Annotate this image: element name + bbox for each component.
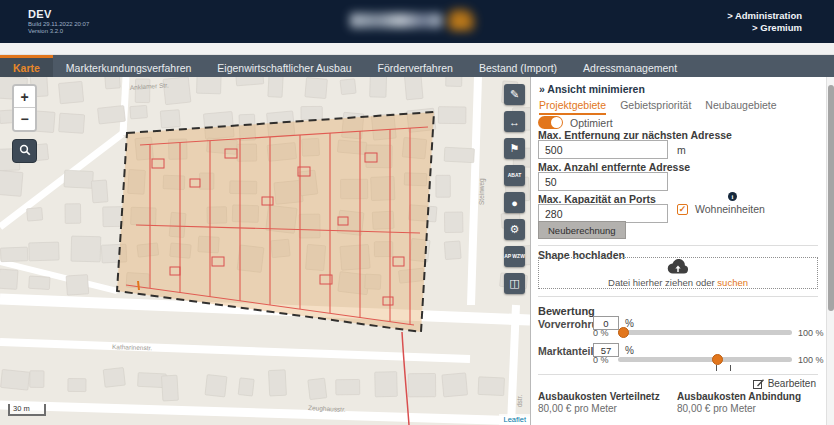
building-footprint: [98, 106, 126, 124]
info-icon[interactable]: i: [728, 192, 737, 201]
building-footprint: [436, 175, 450, 197]
abat-tool-button[interactable]: ABAT: [504, 165, 525, 186]
gear-icon: ⚙: [510, 223, 520, 236]
marktanteil-slider[interactable]: [618, 357, 792, 362]
wzw-tool-button[interactable]: AP WZW: [504, 246, 525, 267]
measure-tool-button[interactable]: ↔: [504, 111, 525, 132]
building-footprint: [446, 77, 462, 87]
network-feed-line: [402, 332, 409, 425]
build-info: Build 29.11.2022 20:07: [28, 21, 89, 27]
zoom-out-button[interactable]: −: [14, 108, 35, 130]
measure-icon: ↔: [509, 116, 520, 128]
zoom-control: + −: [12, 84, 37, 132]
tab-bestand-import[interactable]: Bestand (Import): [466, 55, 570, 77]
wohneinheiten-checkbox[interactable]: ✓: [677, 204, 688, 215]
edit-pencil-icon: [753, 378, 764, 389]
vorverrohrung-slider[interactable]: [618, 330, 792, 335]
tab-neubaugebiete[interactable]: Neubaugebiete: [705, 99, 776, 115]
shape-dropzone[interactable]: Datei hierher ziehen oder suchen: [538, 257, 818, 289]
slider-max-label: 100 %: [798, 355, 824, 365]
main-tabbar: Karte Markterkundungsverfahren Eigenwirt…: [0, 55, 834, 77]
building-footprint: [29, 242, 59, 261]
building-footprint: [301, 106, 322, 119]
tab-foerderverfahren[interactable]: Förderverfahren: [365, 55, 466, 77]
bearbeiten-link[interactable]: Bearbeiten: [753, 378, 816, 389]
slider-min-label: 0 %: [593, 328, 609, 338]
max-anzahl-input[interactable]: [538, 172, 668, 191]
map-canvas[interactable]: Anklamer Str. Steinweg Katharinenstr. Ze…: [0, 77, 530, 425]
building-footprint: [370, 77, 387, 97]
map-scale: 30 m: [8, 404, 46, 416]
layers-tool-button[interactable]: ⚑: [504, 138, 525, 159]
building-footprint: [305, 78, 327, 99]
tab-eigenwirtschaftlicher-ausbau[interactable]: Eigenwirtschaftlicher Ausbau: [204, 55, 364, 77]
anbindung-cost-value: 80,00 € pro Meter: [677, 403, 756, 414]
building-footprint: [161, 375, 178, 401]
building-footprint: [130, 105, 148, 119]
settings-tool-button[interactable]: ⚙: [504, 219, 525, 240]
building-footprint: [478, 377, 505, 396]
flag-icon: ⚑: [510, 142, 520, 155]
administration-link[interactable]: > Administration: [727, 10, 802, 22]
building-footprint: [29, 276, 50, 290]
building-footprint: [438, 107, 466, 124]
building-footprint: [68, 379, 86, 392]
building-footprint: [105, 77, 121, 89]
building-footprint: [1, 369, 30, 390]
optimiert-toggle[interactable]: [538, 116, 563, 129]
bewertung-title: Bewertung: [538, 305, 595, 317]
wohneinheiten-checkbox-row[interactable]: ✓ Wohneinheiten: [677, 203, 765, 215]
point-tool-button[interactable]: ●: [504, 192, 525, 213]
header-spacer: [0, 43, 834, 55]
building-footprint: [71, 236, 101, 262]
tab-projektgebiete[interactable]: Projektgebiete: [539, 99, 606, 115]
building-footprint: [336, 379, 360, 394]
optimiert-label: Optimiert: [570, 117, 613, 129]
environment-name: DEV: [28, 8, 89, 20]
building-footprint: [308, 378, 327, 399]
street-label-top: Anklamer Str.: [130, 81, 170, 91]
building-footprint: [103, 368, 125, 388]
project-area-polygon[interactable]: [117, 112, 434, 332]
map-tiles: Anklamer Str. Steinweg Katharinenstr. Ze…: [0, 77, 530, 425]
upload-cloud-icon: [667, 259, 689, 276]
minimize-view-link[interactable]: » Ansicht minimieren: [539, 83, 645, 95]
neuberechnung-button[interactable]: Neuberechnung: [538, 221, 626, 239]
tab-gebietsprioritaet[interactable]: Gebietspriorität: [620, 99, 691, 115]
logo-wordmark: [350, 13, 442, 28]
app-header: DEV Build 29.11.2022 20:07 Version 3.2.0…: [0, 0, 834, 43]
anbindung-cost-label: Ausbaukosten Anbindung: [677, 391, 801, 402]
building-footprint: [103, 207, 123, 227]
network-orange-segment: [138, 281, 139, 290]
building-footprint: [268, 77, 283, 97]
toggle-knob: [551, 117, 562, 128]
max-entfernung-unit: m: [677, 144, 686, 156]
browse-link[interactable]: suchen: [717, 277, 748, 288]
divider: [538, 245, 818, 246]
tab-karte[interactable]: Karte: [0, 55, 53, 77]
map-toolbar: ✎ ↔ ⚑ ABAT ● ⚙ AP WZW ◫: [504, 84, 526, 300]
draw-tool-button[interactable]: ✎: [504, 84, 525, 105]
tab-markterkundungsverfahren[interactable]: Markterkundungsverfahren: [53, 55, 204, 77]
building-footprint: [375, 372, 398, 397]
max-entfernung-input[interactable]: [538, 140, 668, 159]
gremium-link[interactable]: > Gremium: [727, 22, 802, 34]
parcel-tool-button[interactable]: ◫: [504, 273, 525, 294]
panel-scrollbar[interactable]: [826, 77, 834, 425]
leaflet-attribution[interactable]: Leaflet: [499, 414, 530, 425]
building-footprint: [340, 79, 356, 95]
slider-tick: [730, 365, 731, 371]
marktanteil-slider-handle[interactable]: [712, 354, 723, 365]
marktanteil-label: Marktanteil: [538, 345, 593, 357]
scrollbar-thumb[interactable]: [828, 85, 834, 311]
building-footprint: [160, 110, 180, 128]
wohneinheiten-label: Wohneinheiten: [695, 203, 765, 215]
circle-icon: ●: [511, 197, 518, 209]
tab-adressmanagement[interactable]: Adressmanagement: [570, 55, 690, 77]
building-footprint: [444, 241, 461, 260]
vorverrohrung-slider-handle[interactable]: [618, 327, 629, 338]
building-footprint: [65, 204, 81, 224]
zoom-in-button[interactable]: +: [14, 86, 35, 108]
street-label-right: Steinweg: [478, 178, 486, 205]
map-search-button[interactable]: [12, 139, 37, 163]
